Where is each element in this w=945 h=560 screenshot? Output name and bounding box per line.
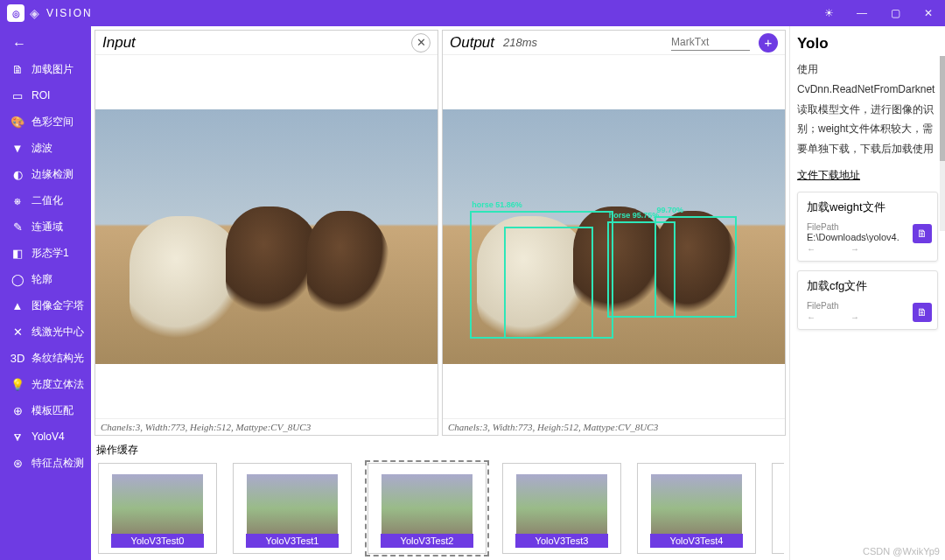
sidebar-icon: ⎈ <box>10 194 24 207</box>
sidebar-icon: ⊕ <box>10 404 24 417</box>
card-title: 加载weight文件 <box>798 192 937 222</box>
right-description: 使用CvDnn.ReadNetFromDarknet读取模型文件，进行图像的识别… <box>797 60 938 159</box>
window-minimize[interactable]: ― <box>845 0 878 26</box>
sidebar-item[interactable]: ⛛YoloV4 <box>0 424 91 450</box>
sidebar-icon: 3D <box>10 352 24 365</box>
sidebar-item[interactable]: ✕线激光中心 <box>0 318 91 345</box>
window-maximize[interactable]: ▢ <box>878 0 912 26</box>
workspace: Input ✕ Chanels:3, Width:773, Heigh:512,… <box>91 26 789 560</box>
thumbnail-label: YoloV3Test2 <box>381 534 473 548</box>
right-pane: Yolo 使用CvDnn.ReadNetFromDarknet读取模型文件，进行… <box>789 26 945 560</box>
detection-label: horse 51.86% <box>472 200 522 209</box>
thumbnail-image <box>516 474 608 542</box>
sidebar-label: 条纹结构光 <box>32 351 84 366</box>
right-title: Yolo <box>797 35 938 52</box>
sidebar-label: 特征点检测 <box>32 456 84 471</box>
sidebar-item[interactable]: ▼滤波 <box>0 135 91 161</box>
thumbnail[interactable]: YoloV3Test4 <box>637 463 756 554</box>
sidebar-icon: 🗎 <box>10 63 24 76</box>
sidebar: ← 🗎加载图片▭ROI🎨色彩空间▼滤波◐边缘检测⎈二值化✎连通域◧形态学1◯轮廓… <box>0 26 91 560</box>
sidebar-label: 二值化 <box>32 193 63 208</box>
thumbnail-label: YoloV3Test3 <box>515 534 608 548</box>
back-button[interactable]: ← <box>0 32 91 56</box>
file-browse-button[interactable]: 🗎 <box>913 224 932 243</box>
sidebar-item[interactable]: ◧形态学1 <box>0 240 91 266</box>
sidebar-item[interactable]: 💡光度立体法 <box>0 371 91 397</box>
field-label: FilePath <box>807 222 928 232</box>
sidebar-label: 色彩空间 <box>32 115 74 130</box>
window-close[interactable]: ✕ <box>912 0 945 26</box>
thumbnail-image <box>382 474 473 542</box>
sidebar-icon: 🎨 <box>10 116 24 129</box>
thumbnail-image <box>112 474 204 542</box>
sidebar-icon: ✕ <box>10 326 24 339</box>
diamond-icon: ◈ <box>30 6 39 20</box>
detection-label: horse 95.75% <box>609 211 660 220</box>
input-meta: Chanels:3, Width:773, Heigh:512, Mattype… <box>95 418 438 435</box>
sidebar-label: 线激光中心 <box>32 325 84 340</box>
sidebar-icon: ⊛ <box>10 457 24 470</box>
output-meta: Chanels:3, Width:773, Heigh:512, Mattype… <box>443 418 785 435</box>
thumbnail[interactable]: YoloV3Test3 <box>502 463 621 554</box>
sidebar-item[interactable]: ⊛特征点检测 <box>0 450 91 476</box>
sidebar-item[interactable]: 🎨色彩空间 <box>0 108 91 135</box>
sidebar-label: 轮廓 <box>32 272 52 287</box>
output-image[interactable]: horse 51.86%horse 95.75%99.70% <box>443 55 785 418</box>
app-title: VISION <box>46 7 93 19</box>
thumbnail-label: YoloV3Test1 <box>246 534 339 548</box>
sidebar-item[interactable]: 3D条纹结构光 <box>0 345 91 371</box>
cache-section: 操作缓存 YoloV3Test0YoloV3Test1YoloV3Test2Yo… <box>91 439 789 560</box>
thumbnail-label: YoloV3Test0 <box>111 534 204 548</box>
sidebar-item[interactable]: ✎连通域 <box>0 214 91 240</box>
thumbnail-strip[interactable]: YoloV3Test0YoloV3Test1YoloV3Test2YoloV3T… <box>96 459 784 558</box>
field-value: E:\Downloads\yolov4. <box>807 232 912 242</box>
thumbnail[interactable]: YoloV3Test1 <box>233 463 352 554</box>
theme-icon[interactable]: ☀ <box>812 0 845 26</box>
titlebar: ◎ ◈ VISION ☀ ― ▢ ✕ <box>0 0 945 26</box>
input-panel: Input ✕ Chanels:3, Width:773, Heigh:512,… <box>94 30 438 436</box>
sidebar-label: 加载图片 <box>32 62 74 77</box>
cache-title: 操作缓存 <box>96 441 784 459</box>
file-card: 加载weight文件FilePathE:\Downloads\yolov4.←→… <box>797 192 938 262</box>
sidebar-icon: ◐ <box>10 168 24 181</box>
input-image[interactable] <box>95 55 438 418</box>
sidebar-icon: 💡 <box>10 378 24 391</box>
sidebar-label: 模板匹配 <box>32 403 74 418</box>
sidebar-icon: ⛛ <box>10 430 24 444</box>
input-close-icon[interactable]: ✕ <box>411 33 430 52</box>
field-label: FilePath <box>807 301 928 311</box>
sidebar-item[interactable]: ◯轮廓 <box>0 266 91 292</box>
card-title: 加载cfg文件 <box>798 271 937 301</box>
download-link[interactable]: 文件下载地址 <box>797 168 938 183</box>
sidebar-item[interactable]: ▭ROI <box>0 82 91 108</box>
sidebar-label: YoloV4 <box>32 430 65 443</box>
thumbnail-image <box>651 474 743 542</box>
add-mark-button[interactable]: + <box>759 33 778 52</box>
sidebar-icon: ◧ <box>10 247 24 260</box>
thumbnail[interactable]: YoloV3Test5 <box>772 463 784 554</box>
thumbnail-image <box>247 474 339 542</box>
sidebar-label: 连通域 <box>32 220 63 234</box>
thumbnail[interactable]: YoloV3Test2 <box>368 463 486 554</box>
sidebar-icon: ◯ <box>10 273 24 286</box>
thumbnail[interactable]: YoloV3Test0 <box>98 463 217 554</box>
detection-bbox: 99.70% <box>654 216 737 318</box>
output-panel: Output 218ms + horse 51.86%horse 95.75%9… <box>442 30 786 436</box>
sidebar-label: 边缘检测 <box>32 167 74 182</box>
sidebar-label: ROI <box>32 89 50 102</box>
sidebar-label: 光度立体法 <box>32 377 84 392</box>
sidebar-item[interactable]: ⎈二值化 <box>0 187 91 214</box>
sidebar-icon: ✎ <box>10 220 24 234</box>
output-elapsed: 218ms <box>503 36 537 49</box>
file-card: 加载cfg文件FilePath←→🗎 <box>797 270 938 330</box>
mark-text-input[interactable] <box>671 34 750 51</box>
sidebar-item[interactable]: ◐边缘检测 <box>0 161 91 187</box>
sidebar-icon: ▲ <box>10 299 24 312</box>
detection-bbox <box>504 227 593 339</box>
sidebar-item[interactable]: 🗎加载图片 <box>0 56 91 82</box>
sidebar-icon: ▭ <box>10 89 24 102</box>
scrollbar[interactable] <box>940 56 945 231</box>
file-browse-button[interactable]: 🗎 <box>913 303 932 322</box>
sidebar-item[interactable]: ▲图像金字塔 <box>0 292 91 318</box>
sidebar-item[interactable]: ⊕模板匹配 <box>0 397 91 424</box>
